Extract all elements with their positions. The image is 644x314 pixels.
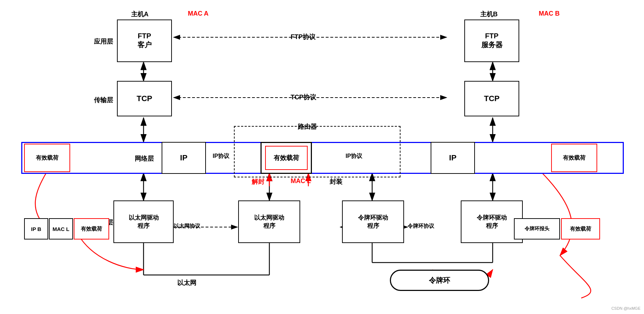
eth-driver-router-box: 以太网驱动 程序 bbox=[238, 200, 300, 243]
ip-proto-left-label: IP协议 bbox=[213, 153, 229, 160]
token-driver-right-box: 令牌环驱动 程序 bbox=[461, 200, 523, 243]
ipb-box: IP B bbox=[24, 218, 48, 239]
watermark: CSDN @hxMGE bbox=[611, 306, 640, 310]
token-ring-oval: 令牌环 bbox=[390, 270, 489, 291]
router-label: 路由器 bbox=[298, 122, 317, 131]
hostA-label: 主机A bbox=[131, 10, 149, 18]
eth-driver-left-box: 以太网驱动 程序 bbox=[113, 200, 174, 243]
tcp-proto-label: TCP协议 bbox=[291, 93, 316, 101]
app-layer-label: 应用层 bbox=[94, 37, 113, 46]
diagram: 主机A MAC A FTP 客户 应用层 TCP 传输层 IP 网络层 有效载荷… bbox=[0, 0, 644, 314]
macl-left-box: MAC L bbox=[49, 218, 73, 239]
sealing-label: 封装 bbox=[330, 177, 342, 186]
router-box bbox=[234, 126, 401, 177]
ftp-client-box: FTP 客户 bbox=[117, 20, 172, 62]
ethernet-label: 以太网 bbox=[177, 279, 196, 287]
ip-right-box: IP bbox=[431, 142, 475, 174]
router-payload-box: 有效载荷 bbox=[261, 142, 312, 174]
payload-bottom-left-box: 有效载荷 bbox=[74, 218, 109, 239]
unsealing-label: 解封 bbox=[252, 177, 264, 186]
hostB-label: 主机B bbox=[480, 10, 498, 18]
macl-router-label: MAC L bbox=[291, 177, 311, 185]
token-header-box: 令牌环报头 bbox=[514, 218, 560, 239]
trans-layer-label: 传输层 bbox=[94, 96, 113, 104]
payload-left-box: 有效载荷 bbox=[24, 144, 70, 172]
ftp-proto-label: FTP协议 bbox=[291, 33, 315, 41]
token-proto-label: 令牌环协议 bbox=[408, 223, 434, 230]
ip-proto-right-label: IP协议 bbox=[346, 153, 362, 160]
tcp-left-box: TCP bbox=[117, 81, 172, 116]
macA-label: MAC A bbox=[188, 10, 208, 17]
payload-bottom-right-box: 有效载荷 bbox=[561, 218, 600, 239]
tcp-right-box: TCP bbox=[464, 81, 519, 116]
ftp-server-box: FTP 服务器 bbox=[464, 20, 519, 62]
eth-proto-label: 以太网协议 bbox=[174, 223, 200, 230]
macB-label: MAC B bbox=[539, 10, 560, 17]
ip-left-box: IP bbox=[162, 142, 206, 174]
token-driver-router-box: 令牌环驱动 程序 bbox=[342, 200, 404, 243]
payload-right-box: 有效载荷 bbox=[551, 144, 597, 172]
net-layer-label: 网络层 bbox=[135, 154, 154, 163]
